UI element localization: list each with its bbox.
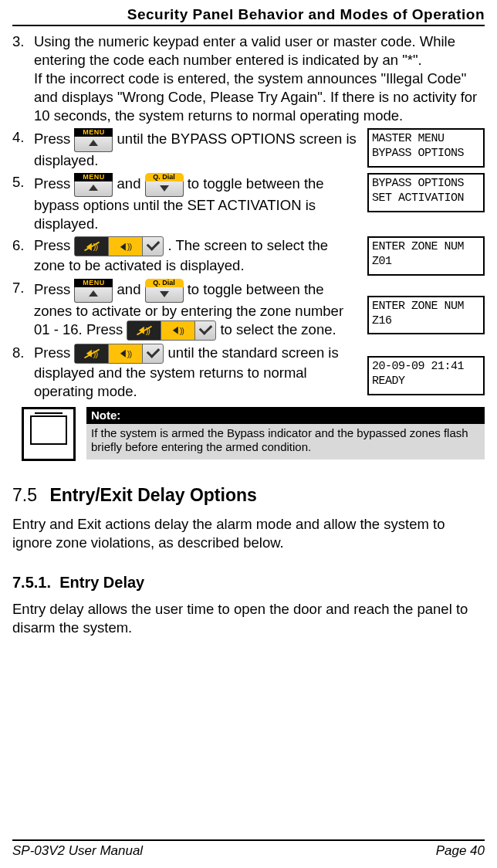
step-text: Press )) )) until the standard screen is… [34, 344, 363, 401]
lcd-screen: MASTER MENU BYPASS OPTIONS [367, 128, 485, 168]
header-rule [12, 25, 485, 26]
note-label: Note: [86, 407, 485, 424]
qdial-down-button-icon: Q. Dial [145, 279, 184, 302]
step-number: 4. [12, 128, 34, 170]
footer-right: Page 40 [436, 843, 485, 859]
step-number: 5. [12, 173, 34, 233]
menu-up-button-icon: MENU [74, 173, 113, 196]
menu-label: MENU [74, 128, 113, 137]
step-number: 8. [12, 344, 34, 401]
note-content: Note: If the system is armed the Bypass … [86, 407, 485, 461]
text-fragment: Press [34, 175, 74, 192]
page: Security Panel Behavior and Modes of Ope… [0, 0, 497, 868]
section-number: 7.5 [12, 485, 37, 505]
note-icon [22, 407, 76, 461]
sound-check-button-icon: )) )) [127, 320, 216, 341]
step-4: 4. Press MENU until the BYPASS OPTIONS s… [12, 128, 485, 170]
step-list: 3. Using the numeric keypad enter a vali… [12, 32, 485, 401]
step-body: Press MENU until the BYPASS OPTIONS scre… [34, 128, 485, 170]
note-text: If the system is armed the Bypass indica… [86, 424, 485, 460]
lcd-line: ENTER ZONE NUM [372, 300, 480, 314]
step-text: Press MENU and Q. Dial to toggle between… [34, 173, 363, 233]
content: 3. Using the numeric keypad enter a vali… [12, 32, 485, 637]
text-fragment: Press [34, 344, 74, 361]
note-box: Note: If the system is armed the Bypass … [22, 407, 485, 461]
section-title: Entry/Exit Delay Options [49, 485, 256, 505]
text-fragment: and [117, 175, 145, 192]
footer-rule [12, 839, 485, 841]
step-number: 7. [12, 279, 34, 341]
step-text: Press MENU and Q. Dial to toggle between… [34, 279, 363, 341]
step-5: 5. Press MENU and Q. Dial to t [12, 173, 485, 233]
step-body: Using the numeric keypad enter a valid u… [34, 32, 485, 125]
qdial-down-button-icon: Q. Dial [145, 173, 184, 196]
menu-label: MENU [74, 279, 113, 287]
step-number: 3. [12, 32, 34, 125]
step-text: Press MENU until the BYPASS OPTIONS scre… [34, 128, 363, 170]
step-body: Press )) )) until the standard screen is… [34, 344, 485, 401]
qdial-label: Q. Dial [145, 279, 184, 287]
step-7: 7. Press MENU and Q. Dial to t [12, 279, 485, 341]
text-fragment: and [117, 281, 145, 297]
subsection-para: Entry delay allows the user time to open… [12, 600, 485, 637]
footer: SP-03V2 User Manual Page 40 [12, 839, 485, 859]
menu-label: MENU [74, 173, 113, 181]
section-para: Entry and Exit actions delay the alarm m… [12, 515, 485, 552]
menu-up-button-icon: MENU [74, 128, 113, 151]
qdial-label: Q. Dial [145, 173, 184, 181]
lcd-line: BYPASS OPTIONS [372, 177, 480, 192]
text-fragment: Press [34, 281, 74, 297]
lcd-line: BYPASS OPTIONS [372, 147, 480, 161]
section-heading: 7.5 Entry/Exit Delay Options [12, 484, 485, 507]
lcd-screen: BYPASS OPTIONS SET ACTIVATION [367, 173, 485, 212]
step-text: Using the numeric keypad enter a valid u… [34, 33, 477, 124]
menu-up-button-icon: MENU [74, 279, 113, 302]
lcd-screen: ENTER ZONE NUM Z16 [367, 296, 485, 335]
lcd-line: SET ACTIVATION [372, 192, 480, 206]
lcd-screen: ENTER ZONE NUM Z01 [367, 236, 485, 276]
step-body: Press )) )) . The screen to select the z… [34, 236, 485, 276]
subsection-number: 7.5.1. [12, 574, 51, 591]
step-3: 3. Using the numeric keypad enter a vali… [12, 32, 485, 125]
subsection-title: Entry Delay [59, 574, 144, 591]
sound-check-button-icon: )) )) [74, 236, 164, 256]
step-number: 6. [12, 236, 34, 276]
text-fragment: Press [34, 237, 74, 253]
lcd-line: 20-09-09 21:41 [372, 360, 480, 375]
lcd-line: MASTER MENU [372, 132, 480, 147]
step-6: 6. Press )) )) . The screen to select th… [12, 236, 485, 276]
lcd-screen: 20-09-09 21:41 READY [367, 356, 485, 395]
header-title: Security Panel Behavior and Modes of Ope… [12, 6, 485, 25]
lcd-line: READY [372, 375, 480, 389]
step-8: 8. Press )) )) until the standard screen… [12, 344, 485, 401]
lcd-line: Z16 [372, 314, 480, 329]
lcd-line: Z01 [372, 255, 480, 270]
sound-check-button-icon: )) )) [74, 344, 164, 364]
subsection-heading: 7.5.1. Entry Delay [12, 572, 485, 592]
text-fragment: to select the zone. [220, 321, 336, 337]
text-fragment: Press [34, 131, 74, 147]
step-body: Press MENU and Q. Dial to toggle between… [34, 279, 485, 341]
step-body: Press MENU and Q. Dial to toggle between… [34, 173, 485, 233]
lcd-line: ENTER ZONE NUM [372, 240, 480, 255]
step-text: Press )) )) . The screen to select the z… [34, 236, 363, 276]
footer-left: SP-03V2 User Manual [12, 843, 143, 859]
